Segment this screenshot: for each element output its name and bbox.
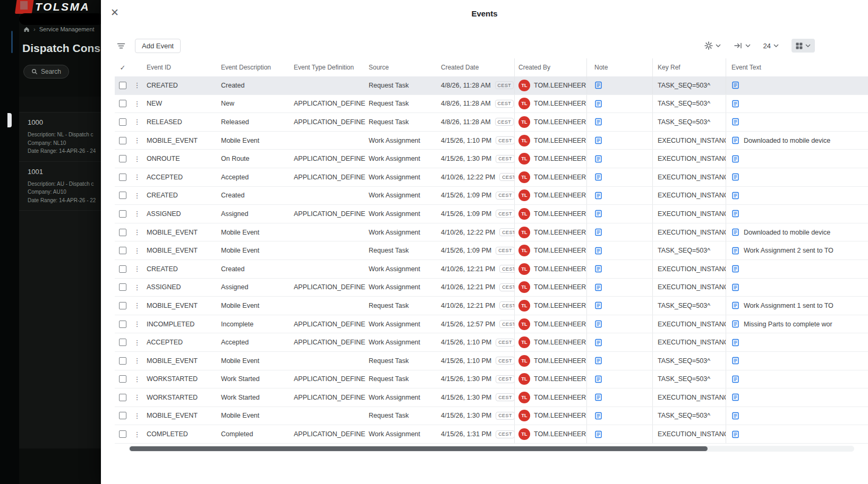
event-text-icon[interactable] xyxy=(731,136,739,144)
table-row[interactable]: ⋮ WORKSTARTED Work Started APPLICATION_D… xyxy=(115,370,868,389)
note-icon[interactable] xyxy=(594,393,602,401)
table-row[interactable]: ⋮ MOBILE_EVENT Mobile Event Request Task… xyxy=(115,241,868,260)
note-icon[interactable] xyxy=(594,339,602,347)
note-icon[interactable] xyxy=(594,375,602,383)
event-text-icon[interactable] xyxy=(731,228,739,236)
view-mode-dropdown[interactable] xyxy=(792,39,815,53)
filter-icon[interactable] xyxy=(115,40,127,51)
event-text-icon[interactable] xyxy=(731,192,739,200)
horizontal-scrollbar-thumb[interactable] xyxy=(130,446,708,451)
table-row[interactable]: ⋮ MOBILE_EVENT Mobile Event Work Assignm… xyxy=(115,223,868,242)
event-text-icon[interactable] xyxy=(731,118,739,126)
event-text-icon[interactable] xyxy=(731,375,739,383)
row-checkbox[interactable] xyxy=(119,174,126,181)
row-menu-icon[interactable]: ⋮ xyxy=(134,265,141,272)
dispatch-card-1000[interactable]: 1000 Description: NL - Dispatch c Compan… xyxy=(19,113,103,162)
table-row[interactable]: ⋮ NEW New APPLICATION_DEFINED Request Ta… xyxy=(115,95,868,114)
note-icon[interactable] xyxy=(594,301,602,309)
column-header-source[interactable]: Source xyxy=(365,58,438,76)
row-checkbox[interactable] xyxy=(119,247,126,254)
event-text-icon[interactable] xyxy=(731,210,739,218)
column-header-created-by[interactable]: Created By xyxy=(514,58,586,76)
event-text-icon[interactable] xyxy=(731,100,739,108)
row-checkbox[interactable] xyxy=(119,412,126,419)
note-icon[interactable] xyxy=(594,247,602,255)
drawer-handle[interactable] xyxy=(7,113,12,127)
table-row[interactable]: ⋮ ONROUTE On Route APPLICATION_DEFINED W… xyxy=(115,150,868,168)
event-text-icon[interactable] xyxy=(731,412,739,420)
row-menu-icon[interactable]: ⋮ xyxy=(134,321,141,327)
row-menu-icon[interactable]: ⋮ xyxy=(134,137,141,144)
row-menu-icon[interactable]: ⋮ xyxy=(134,192,141,199)
row-menu-icon[interactable]: ⋮ xyxy=(134,155,141,162)
table-row[interactable]: ⋮ MOBILE_EVENT Mobile Event Request Task… xyxy=(115,352,868,370)
column-header-event-text[interactable]: Event Text xyxy=(726,58,868,76)
table-row[interactable]: ⋮ ACCEPTED Accepted APPLICATION_DEFINED … xyxy=(115,168,868,187)
row-menu-icon[interactable]: ⋮ xyxy=(134,247,141,254)
row-checkbox[interactable] xyxy=(119,210,126,218)
row-checkbox[interactable] xyxy=(119,302,126,309)
event-text-icon[interactable] xyxy=(731,265,739,273)
event-text-icon[interactable] xyxy=(731,173,739,181)
table-row[interactable]: ⋮ CREATED Created Work Assignment 4/15/2… xyxy=(115,187,868,205)
column-header-key-ref[interactable]: Key Ref xyxy=(652,58,726,76)
table-row[interactable]: ⋮ ASSIGNED Assigned APPLICATION_DEFINED … xyxy=(115,205,868,223)
row-checkbox[interactable] xyxy=(119,357,126,365)
search-button[interactable]: Search xyxy=(23,65,69,79)
note-icon[interactable] xyxy=(594,100,602,108)
row-checkbox[interactable] xyxy=(119,82,126,89)
note-icon[interactable] xyxy=(594,283,602,291)
event-text-icon[interactable] xyxy=(731,301,739,309)
table-row[interactable]: ⋮ CREATED Created Request Task 4/8/26, 1… xyxy=(115,76,868,95)
note-icon[interactable] xyxy=(594,228,602,236)
note-icon[interactable] xyxy=(594,118,602,126)
row-checkbox[interactable] xyxy=(119,100,126,107)
row-menu-icon[interactable]: ⋮ xyxy=(134,412,141,419)
note-icon[interactable] xyxy=(594,155,602,163)
row-checkbox[interactable] xyxy=(119,118,126,126)
table-row[interactable]: ⋮ COMPLETED Completed APPLICATION_DEFINE… xyxy=(115,425,868,444)
note-icon[interactable] xyxy=(594,192,602,200)
row-menu-icon[interactable]: ⋮ xyxy=(134,376,141,383)
note-icon[interactable] xyxy=(594,136,602,144)
table-row[interactable]: ⋮ CREATED Created Work Assignment 4/10/2… xyxy=(115,260,868,279)
row-checkbox[interactable] xyxy=(119,192,126,199)
row-menu-icon[interactable]: ⋮ xyxy=(134,118,141,125)
row-menu-icon[interactable]: ⋮ xyxy=(134,229,141,236)
dispatch-card-1001[interactable]: 1001 Description: AU - Dispatch c Compan… xyxy=(19,162,103,211)
row-menu-icon[interactable]: ⋮ xyxy=(134,174,141,180)
event-text-icon[interactable] xyxy=(731,81,739,89)
note-icon[interactable] xyxy=(594,81,602,89)
row-menu-icon[interactable]: ⋮ xyxy=(134,284,141,291)
row-checkbox[interactable] xyxy=(119,339,126,346)
table-row[interactable]: ⋮ INCOMPLETED Incomplete APPLICATION_DEF… xyxy=(115,315,868,334)
row-checkbox[interactable] xyxy=(119,229,126,236)
event-text-icon[interactable] xyxy=(731,320,739,328)
add-event-button[interactable]: Add Event xyxy=(135,39,181,53)
column-header-event-type-definition[interactable]: Event Type Definition xyxy=(291,58,365,76)
table-row[interactable]: ⋮ MOBILE_EVENT Mobile Event Request Task… xyxy=(115,407,868,426)
table-row[interactable]: ⋮ MOBILE_EVENT Mobile Event Work Assignm… xyxy=(115,132,868,150)
row-menu-icon[interactable]: ⋮ xyxy=(134,339,141,346)
note-icon[interactable] xyxy=(594,430,602,438)
home-icon[interactable] xyxy=(23,26,30,32)
breadcrumb-item-service-management[interactable]: Service Management xyxy=(39,26,95,32)
note-icon[interactable] xyxy=(594,265,602,273)
table-row[interactable]: ⋮ ASSIGNED Assigned APPLICATION_DEFINED … xyxy=(115,279,868,297)
table-row[interactable]: ⋮ MOBILE_EVENT Mobile Event Request Task… xyxy=(115,297,868,315)
note-icon[interactable] xyxy=(594,173,602,181)
row-checkbox[interactable] xyxy=(119,321,126,328)
row-checkbox[interactable] xyxy=(119,265,126,273)
note-icon[interactable] xyxy=(594,412,602,420)
table-row[interactable]: ⋮ RELEASED Released APPLICATION_DEFINED … xyxy=(115,113,868,132)
pin-columns-dropdown[interactable] xyxy=(734,42,751,49)
select-all-icon[interactable]: ✓ xyxy=(120,64,126,72)
event-text-icon[interactable] xyxy=(731,247,739,255)
row-menu-icon[interactable]: ⋮ xyxy=(134,431,141,438)
row-checkbox[interactable] xyxy=(119,137,126,144)
note-icon[interactable] xyxy=(594,210,602,218)
table-row[interactable]: ⋮ WORKSTARTED Work Started APPLICATION_D… xyxy=(115,388,868,407)
row-checkbox[interactable] xyxy=(119,430,126,438)
row-menu-icon[interactable]: ⋮ xyxy=(134,100,141,107)
event-text-icon[interactable] xyxy=(731,393,739,401)
